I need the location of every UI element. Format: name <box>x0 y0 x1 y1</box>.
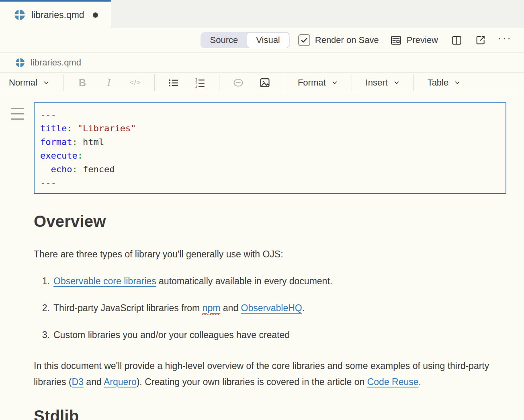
paragraph-style-value: Normal <box>9 77 37 88</box>
table-dropdown[interactable]: Table <box>420 77 469 88</box>
link-button[interactable] <box>225 77 252 88</box>
doc-link[interactable]: Code Reuse <box>367 377 419 387</box>
misspelled-word: npm <box>203 303 221 313</box>
quarto-logo-icon <box>15 58 25 67</box>
list-item: 1. Observable core libraries automatical… <box>34 275 506 287</box>
numbered-list-button[interactable]: 1 2 3 <box>187 77 213 88</box>
open-external-button[interactable] <box>475 35 486 45</box>
bold-button[interactable]: B <box>69 77 96 89</box>
doc-link[interactable]: npm <box>203 303 221 313</box>
image-icon <box>259 77 270 88</box>
code-icon: </> <box>130 79 141 87</box>
breadcrumb: libraries.qmd <box>0 53 524 73</box>
code-line: --- <box>40 176 506 190</box>
mode-visual-button[interactable]: Visual <box>247 32 289 48</box>
doc-link[interactable]: Observable core libraries <box>53 276 156 286</box>
toolbar-separator <box>63 74 63 91</box>
mode-source-button[interactable]: Source <box>201 32 247 48</box>
doc-link[interactable]: ObservableHQ <box>241 303 302 313</box>
tab-libraries-qmd[interactable]: libraries.qmd <box>0 0 111 28</box>
doc-link[interactable]: Arquero <box>104 377 137 387</box>
preview-label: Preview <box>407 35 438 45</box>
italic-button[interactable]: I <box>96 77 122 88</box>
toolbar-separator <box>352 74 352 91</box>
paragraph-style-dropdown[interactable]: Normal <box>9 77 57 88</box>
bullet-list-icon <box>168 77 179 88</box>
closing-paragraph: In this document we'll provide a high-le… <box>34 358 494 390</box>
insert-dropdown-label: Insert <box>366 77 388 88</box>
chevron-down-icon <box>332 80 338 86</box>
yaml-front-matter-row: ---title: "Libraries"format: htmlexecute… <box>34 102 506 194</box>
chevron-down-icon <box>43 80 49 86</box>
tab-bar: libraries.qmd <box>0 0 524 28</box>
open-external-icon <box>475 35 486 45</box>
numbered-list-icon: 1 2 3 <box>194 77 205 88</box>
toolbar-separator <box>284 74 284 91</box>
render-on-save-toggle[interactable]: Render on Save <box>298 34 379 46</box>
code-line: --- <box>40 108 506 122</box>
numbered-list: 1. Observable core libraries automatical… <box>34 275 506 340</box>
chevron-down-icon <box>454 80 461 86</box>
render-on-save-label: Render on Save <box>315 35 379 45</box>
heading-overview: Overview <box>34 212 506 230</box>
list-item-text: Observable core libraries automatically … <box>53 275 332 287</box>
bullet-list-button[interactable] <box>160 77 187 88</box>
italic-icon: I <box>107 77 111 88</box>
insert-dropdown[interactable]: Insert <box>358 77 408 88</box>
toolbar-separator <box>219 74 219 91</box>
heading-stdlib: Stdlib <box>34 407 506 420</box>
editor-content[interactable]: ---title: "Libraries"format: htmlexecute… <box>0 93 524 420</box>
modified-dot <box>93 12 98 18</box>
format-toolbar: Normal B I </> 1 2 3 <box>0 73 524 93</box>
doc-link[interactable]: D3 <box>72 377 84 387</box>
toolbar-separator <box>154 74 155 91</box>
inline-code-button[interactable]: </> <box>122 79 149 87</box>
intro-paragraph: There are three types of library you'll … <box>34 249 494 260</box>
split-editor-button[interactable] <box>451 35 462 46</box>
format-dropdown-label: Format <box>298 77 326 88</box>
preview-icon <box>390 35 402 46</box>
mode-toggle: Source Visual <box>201 32 290 48</box>
code-line: echo: fenced <box>40 163 506 176</box>
table-dropdown-label: Table <box>428 77 449 88</box>
list-item-text: Custom libraries you and/or your colleag… <box>53 329 290 340</box>
bold-icon: B <box>79 77 86 89</box>
preview-button[interactable]: Preview <box>390 35 438 46</box>
breadcrumb-filename[interactable]: libraries.qmd <box>31 57 81 68</box>
quarto-logo-icon <box>14 9 25 20</box>
tab-label: libraries.qmd <box>31 10 84 20</box>
chevron-down-icon <box>393 80 400 86</box>
list-item-number: 3. <box>34 329 53 340</box>
list-item-number: 1. <box>34 275 53 287</box>
render-on-save-checkbox[interactable] <box>298 34 310 46</box>
list-item: 3. Custom libraries you and/or your coll… <box>34 329 506 340</box>
svg-text:3: 3 <box>195 84 197 88</box>
code-line: execute: <box>40 149 506 163</box>
more-actions-button[interactable]: ··· <box>498 36 512 45</box>
format-dropdown[interactable]: Format <box>290 77 346 88</box>
list-item: 2. Third-party JavaScript libraries from… <box>34 302 506 314</box>
code-line: format: html <box>40 135 506 149</box>
list-item-text: Third-party JavaScript libraries from np… <box>53 302 305 314</box>
image-button[interactable] <box>252 77 278 88</box>
code-line: title: "Libraries" <box>40 122 506 135</box>
split-editor-icon <box>451 35 462 46</box>
toolbar-separator <box>413 74 414 91</box>
drag-handle-icon[interactable] <box>11 108 24 124</box>
editor-toolbar: Source Visual Render on Save Preview <box>0 28 524 53</box>
link-icon <box>233 77 244 88</box>
list-item-number: 2. <box>34 302 53 314</box>
yaml-front-matter-block[interactable]: ---title: "Libraries"format: htmlexecute… <box>34 102 506 194</box>
checkbox-check-icon <box>300 36 308 44</box>
